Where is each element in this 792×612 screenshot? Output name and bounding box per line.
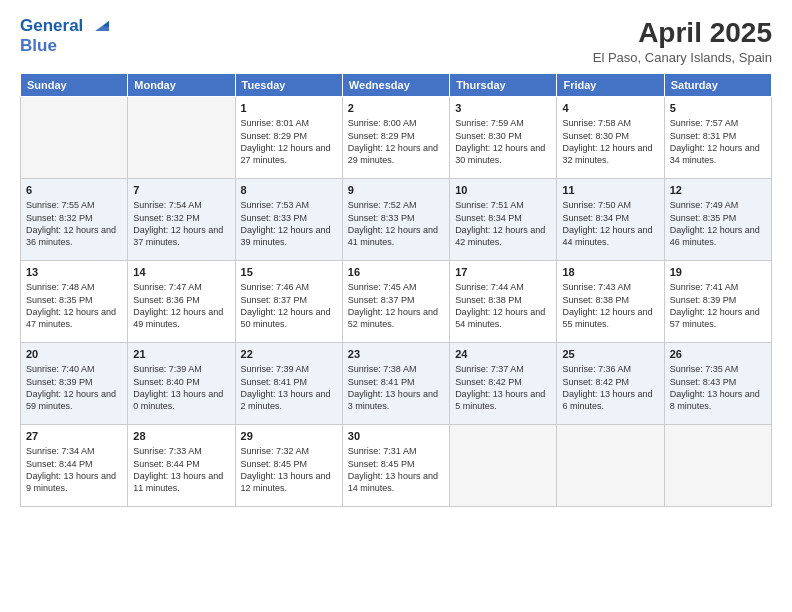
day-info: Sunrise: 8:00 AM Sunset: 8:29 PM Dayligh… — [348, 117, 444, 166]
day-info: Sunrise: 7:33 AM Sunset: 8:44 PM Dayligh… — [133, 445, 229, 494]
logo: General Blue — [20, 16, 115, 55]
calendar-week-row: 6Sunrise: 7:55 AM Sunset: 8:32 PM Daylig… — [21, 178, 772, 260]
day-number: 6 — [26, 183, 122, 198]
calendar-cell: 11Sunrise: 7:50 AM Sunset: 8:34 PM Dayli… — [557, 178, 664, 260]
day-info: Sunrise: 7:43 AM Sunset: 8:38 PM Dayligh… — [562, 281, 658, 330]
calendar-cell: 13Sunrise: 7:48 AM Sunset: 8:35 PM Dayli… — [21, 260, 128, 342]
day-number: 29 — [241, 429, 337, 444]
day-number: 2 — [348, 101, 444, 116]
calendar-header-tuesday: Tuesday — [235, 73, 342, 96]
day-info: Sunrise: 7:51 AM Sunset: 8:34 PM Dayligh… — [455, 199, 551, 248]
day-info: Sunrise: 7:53 AM Sunset: 8:33 PM Dayligh… — [241, 199, 337, 248]
day-number: 9 — [348, 183, 444, 198]
calendar-cell: 5Sunrise: 7:57 AM Sunset: 8:31 PM Daylig… — [664, 96, 771, 178]
calendar-cell: 15Sunrise: 7:46 AM Sunset: 8:37 PM Dayli… — [235, 260, 342, 342]
calendar-week-row: 13Sunrise: 7:48 AM Sunset: 8:35 PM Dayli… — [21, 260, 772, 342]
day-number: 22 — [241, 347, 337, 362]
day-number: 20 — [26, 347, 122, 362]
day-number: 10 — [455, 183, 551, 198]
day-info: Sunrise: 7:47 AM Sunset: 8:36 PM Dayligh… — [133, 281, 229, 330]
calendar-cell: 27Sunrise: 7:34 AM Sunset: 8:44 PM Dayli… — [21, 424, 128, 506]
day-number: 3 — [455, 101, 551, 116]
day-info: Sunrise: 7:44 AM Sunset: 8:38 PM Dayligh… — [455, 281, 551, 330]
calendar-cell: 30Sunrise: 7:31 AM Sunset: 8:45 PM Dayli… — [342, 424, 449, 506]
day-info: Sunrise: 7:50 AM Sunset: 8:34 PM Dayligh… — [562, 199, 658, 248]
calendar-cell — [450, 424, 557, 506]
calendar-cell — [21, 96, 128, 178]
calendar-header-wednesday: Wednesday — [342, 73, 449, 96]
calendar-cell: 4Sunrise: 7:58 AM Sunset: 8:30 PM Daylig… — [557, 96, 664, 178]
day-number: 21 — [133, 347, 229, 362]
calendar-header-monday: Monday — [128, 73, 235, 96]
calendar-cell: 18Sunrise: 7:43 AM Sunset: 8:38 PM Dayli… — [557, 260, 664, 342]
calendar-cell: 29Sunrise: 7:32 AM Sunset: 8:45 PM Dayli… — [235, 424, 342, 506]
calendar-header-row: SundayMondayTuesdayWednesdayThursdayFrid… — [21, 73, 772, 96]
day-info: Sunrise: 7:37 AM Sunset: 8:42 PM Dayligh… — [455, 363, 551, 412]
day-info: Sunrise: 7:32 AM Sunset: 8:45 PM Dayligh… — [241, 445, 337, 494]
calendar-header-sunday: Sunday — [21, 73, 128, 96]
day-number: 5 — [670, 101, 766, 116]
month-year: April 2025 — [593, 16, 772, 50]
calendar-cell: 7Sunrise: 7:54 AM Sunset: 8:32 PM Daylig… — [128, 178, 235, 260]
day-number: 7 — [133, 183, 229, 198]
day-info: Sunrise: 7:40 AM Sunset: 8:39 PM Dayligh… — [26, 363, 122, 412]
day-info: Sunrise: 8:01 AM Sunset: 8:29 PM Dayligh… — [241, 117, 337, 166]
location: El Paso, Canary Islands, Spain — [593, 50, 772, 65]
day-info: Sunrise: 7:59 AM Sunset: 8:30 PM Dayligh… — [455, 117, 551, 166]
svg-marker-1 — [103, 21, 109, 27]
calendar-cell: 8Sunrise: 7:53 AM Sunset: 8:33 PM Daylig… — [235, 178, 342, 260]
calendar-cell: 21Sunrise: 7:39 AM Sunset: 8:40 PM Dayli… — [128, 342, 235, 424]
day-info: Sunrise: 7:45 AM Sunset: 8:37 PM Dayligh… — [348, 281, 444, 330]
day-number: 8 — [241, 183, 337, 198]
title-block: April 2025 El Paso, Canary Islands, Spai… — [593, 16, 772, 65]
day-info: Sunrise: 7:31 AM Sunset: 8:45 PM Dayligh… — [348, 445, 444, 494]
calendar-cell: 12Sunrise: 7:49 AM Sunset: 8:35 PM Dayli… — [664, 178, 771, 260]
calendar-cell: 20Sunrise: 7:40 AM Sunset: 8:39 PM Dayli… — [21, 342, 128, 424]
day-info: Sunrise: 7:54 AM Sunset: 8:32 PM Dayligh… — [133, 199, 229, 248]
page: General Blue April 2025 El Paso, Canary … — [0, 0, 792, 612]
day-info: Sunrise: 7:55 AM Sunset: 8:32 PM Dayligh… — [26, 199, 122, 248]
calendar-header-friday: Friday — [557, 73, 664, 96]
day-number: 27 — [26, 429, 122, 444]
day-number: 13 — [26, 265, 122, 280]
day-number: 28 — [133, 429, 229, 444]
calendar-cell: 25Sunrise: 7:36 AM Sunset: 8:42 PM Dayli… — [557, 342, 664, 424]
day-info: Sunrise: 7:58 AM Sunset: 8:30 PM Dayligh… — [562, 117, 658, 166]
day-number: 11 — [562, 183, 658, 198]
calendar-header-thursday: Thursday — [450, 73, 557, 96]
calendar: SundayMondayTuesdayWednesdayThursdayFrid… — [20, 73, 772, 507]
calendar-cell: 9Sunrise: 7:52 AM Sunset: 8:33 PM Daylig… — [342, 178, 449, 260]
day-number: 4 — [562, 101, 658, 116]
day-number: 30 — [348, 429, 444, 444]
day-info: Sunrise: 7:52 AM Sunset: 8:33 PM Dayligh… — [348, 199, 444, 248]
calendar-cell: 16Sunrise: 7:45 AM Sunset: 8:37 PM Dayli… — [342, 260, 449, 342]
calendar-cell: 1Sunrise: 8:01 AM Sunset: 8:29 PM Daylig… — [235, 96, 342, 178]
calendar-cell: 28Sunrise: 7:33 AM Sunset: 8:44 PM Dayli… — [128, 424, 235, 506]
calendar-cell: 3Sunrise: 7:59 AM Sunset: 8:30 PM Daylig… — [450, 96, 557, 178]
day-info: Sunrise: 7:36 AM Sunset: 8:42 PM Dayligh… — [562, 363, 658, 412]
calendar-week-row: 20Sunrise: 7:40 AM Sunset: 8:39 PM Dayli… — [21, 342, 772, 424]
calendar-cell: 23Sunrise: 7:38 AM Sunset: 8:41 PM Dayli… — [342, 342, 449, 424]
day-info: Sunrise: 7:34 AM Sunset: 8:44 PM Dayligh… — [26, 445, 122, 494]
day-number: 24 — [455, 347, 551, 362]
day-info: Sunrise: 7:41 AM Sunset: 8:39 PM Dayligh… — [670, 281, 766, 330]
logo-blue: Blue — [20, 36, 83, 56]
day-info: Sunrise: 7:49 AM Sunset: 8:35 PM Dayligh… — [670, 199, 766, 248]
calendar-week-row: 1Sunrise: 8:01 AM Sunset: 8:29 PM Daylig… — [21, 96, 772, 178]
day-number: 1 — [241, 101, 337, 116]
calendar-cell: 22Sunrise: 7:39 AM Sunset: 8:41 PM Dayli… — [235, 342, 342, 424]
day-number: 23 — [348, 347, 444, 362]
calendar-cell: 10Sunrise: 7:51 AM Sunset: 8:34 PM Dayli… — [450, 178, 557, 260]
day-number: 19 — [670, 265, 766, 280]
calendar-cell — [557, 424, 664, 506]
calendar-cell: 14Sunrise: 7:47 AM Sunset: 8:36 PM Dayli… — [128, 260, 235, 342]
calendar-cell: 19Sunrise: 7:41 AM Sunset: 8:39 PM Dayli… — [664, 260, 771, 342]
day-number: 17 — [455, 265, 551, 280]
logo-bird-icon — [85, 16, 115, 46]
calendar-header-saturday: Saturday — [664, 73, 771, 96]
day-number: 16 — [348, 265, 444, 280]
day-number: 12 — [670, 183, 766, 198]
day-info: Sunrise: 7:57 AM Sunset: 8:31 PM Dayligh… — [670, 117, 766, 166]
day-info: Sunrise: 7:35 AM Sunset: 8:43 PM Dayligh… — [670, 363, 766, 412]
calendar-cell: 2Sunrise: 8:00 AM Sunset: 8:29 PM Daylig… — [342, 96, 449, 178]
